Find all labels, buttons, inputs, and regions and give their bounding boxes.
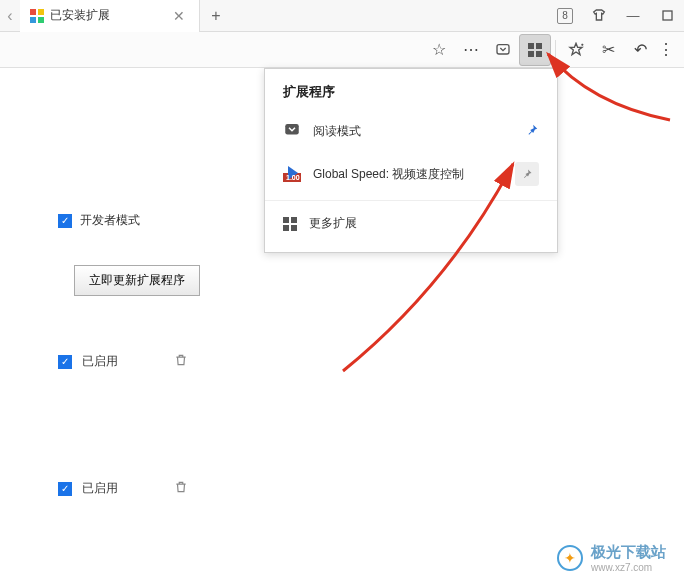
- global-speed-label: Global Speed: 视频速度控制: [313, 166, 464, 183]
- trash-icon[interactable]: [174, 479, 260, 498]
- extensions-tab-icon: [30, 9, 44, 23]
- toolbar: ☆ ⋯ ✂ ↶ ⋮: [0, 32, 684, 68]
- enabled-label: 已启用: [82, 480, 118, 497]
- global-speed-icon: 1.00: [283, 164, 301, 185]
- close-tab-icon[interactable]: ✕: [169, 8, 189, 24]
- svg-rect-1: [497, 44, 509, 53]
- checkbox-checked-icon[interactable]: ✓: [58, 482, 72, 496]
- checkbox-checked-icon[interactable]: ✓: [58, 355, 72, 369]
- pin-icon[interactable]: [515, 162, 539, 186]
- more-extensions-label: 更多扩展: [309, 215, 357, 232]
- window-controls: 8 —: [548, 0, 684, 31]
- tshirt-icon[interactable]: [582, 0, 616, 32]
- pocket-icon: [283, 121, 301, 142]
- developer-mode-row[interactable]: ✓ 开发者模式: [58, 212, 260, 229]
- left-panel: ✓ 开发者模式 立即更新扩展程序 ✓ 已启用 ✓ 已启用: [0, 68, 260, 587]
- content-area: ✓ 开发者模式 立即更新扩展程序 ✓ 已启用 ✓ 已启用 扩展程序 阅读模式 1…: [0, 68, 684, 587]
- scissors-icon[interactable]: ✂: [592, 34, 624, 66]
- enabled-label: 已启用: [82, 353, 118, 370]
- tab[interactable]: 已安装扩展 ✕: [20, 0, 200, 32]
- developer-mode-label: 开发者模式: [80, 212, 140, 229]
- tab-title: 已安装扩展: [50, 7, 110, 24]
- watermark-text: 极光下载站: [591, 543, 666, 562]
- popup-item-reading-mode[interactable]: 阅读模式: [265, 111, 557, 152]
- watermark-logo-icon: ✦: [557, 545, 583, 571]
- titlebar: ‹ 已安装扩展 ✕ + 8 —: [0, 0, 684, 32]
- pocket-icon[interactable]: [487, 34, 519, 66]
- menu-icon[interactable]: ⋮: [656, 34, 676, 66]
- watermark: ✦ 极光下载站 www.xz7.com: [557, 543, 666, 573]
- bookmark-add-icon[interactable]: [560, 34, 592, 66]
- svg-rect-0: [663, 11, 672, 20]
- extensions-grid-button[interactable]: [519, 34, 551, 66]
- more-dots-icon[interactable]: ⋯: [455, 34, 487, 66]
- counter-badge[interactable]: 8: [548, 0, 582, 32]
- watermark-url: www.xz7.com: [591, 562, 666, 573]
- favorite-star-icon[interactable]: ☆: [423, 34, 455, 66]
- popup-item-more[interactable]: 更多扩展: [265, 205, 557, 242]
- extensions-popup: 扩展程序 阅读模式 1.00 Global Speed: 视频速度控制 更多扩展: [264, 68, 558, 253]
- popup-item-global-speed[interactable]: 1.00 Global Speed: 视频速度控制: [265, 152, 557, 196]
- pin-icon[interactable]: [525, 123, 539, 140]
- grid-icon: [283, 217, 297, 231]
- checkbox-checked-icon[interactable]: ✓: [58, 214, 72, 228]
- popup-divider: [265, 200, 557, 201]
- reading-mode-label: 阅读模式: [313, 123, 361, 140]
- update-extensions-button[interactable]: 立即更新扩展程序: [74, 265, 200, 296]
- extension-enabled-row-2: ✓ 已启用: [58, 479, 260, 498]
- extension-enabled-row-1: ✓ 已启用: [58, 352, 260, 371]
- undo-icon[interactable]: ↶: [624, 34, 656, 66]
- minimize-button[interactable]: —: [616, 0, 650, 32]
- popup-title: 扩展程序: [265, 83, 557, 111]
- new-tab-button[interactable]: +: [200, 7, 232, 25]
- tab-prev-icon[interactable]: ‹: [0, 7, 20, 25]
- svg-rect-2: [285, 124, 299, 135]
- trash-icon[interactable]: [174, 352, 260, 371]
- svg-text:1.00: 1.00: [286, 174, 300, 181]
- maximize-button[interactable]: [650, 0, 684, 32]
